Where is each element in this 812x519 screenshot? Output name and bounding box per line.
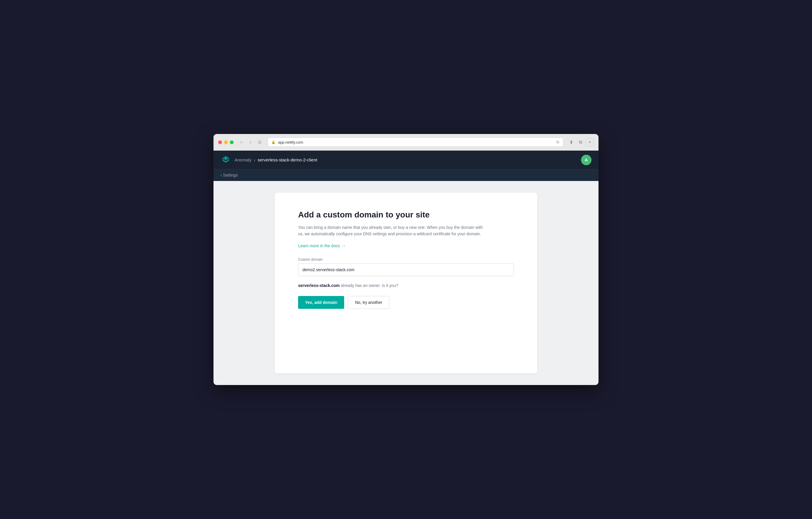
close-button[interactable] bbox=[218, 140, 222, 144]
learn-more-link[interactable]: Learn more in the docs → bbox=[298, 243, 346, 248]
back-nav-button[interactable]: ‹ bbox=[237, 138, 245, 146]
custom-domain-input[interactable] bbox=[298, 263, 514, 276]
tab-view-button[interactable]: ⊡ bbox=[256, 138, 264, 146]
main-content: Add a custom domain to your site You can… bbox=[213, 181, 599, 385]
app-container: Anomaly › serverless-stack-demo-2-client… bbox=[213, 151, 599, 385]
nav-left: Anomaly › serverless-stack-demo-2-client bbox=[221, 155, 317, 165]
minimize-button[interactable] bbox=[224, 140, 228, 144]
domain-field: Custom domain bbox=[298, 257, 514, 283]
refresh-icon[interactable]: ↻ bbox=[556, 140, 560, 144]
netlify-logo-icon bbox=[221, 155, 231, 165]
card: Add a custom domain to your site You can… bbox=[275, 193, 537, 373]
resize-button[interactable]: ⧉ bbox=[576, 138, 584, 146]
sub-nav: ‹ Settings bbox=[213, 169, 599, 181]
nav-buttons: ‹ › ⊡ bbox=[237, 138, 264, 146]
lock-icon: 🔒 bbox=[271, 140, 276, 144]
user-avatar[interactable]: A bbox=[581, 155, 591, 165]
share-button[interactable]: ⬆ bbox=[567, 138, 575, 146]
arrow-icon: → bbox=[342, 243, 346, 248]
traffic-lights bbox=[218, 140, 234, 144]
url-text: app.netlify.com bbox=[278, 140, 554, 144]
domain-owner-message: serverless-stack.com already has an owne… bbox=[298, 283, 514, 288]
site-name[interactable]: serverless-stack-demo-2-client bbox=[258, 157, 317, 162]
field-label: Custom domain bbox=[298, 257, 514, 262]
browser-window: ‹ › ⊡ 🔒 app.netlify.com ↻ ⬆ ⧉ + bbox=[213, 134, 599, 385]
top-nav: Anomaly › serverless-stack-demo-2-client… bbox=[213, 151, 599, 169]
button-group: Yes, add domain No, try another bbox=[298, 296, 514, 309]
yes-add-domain-button[interactable]: Yes, add domain bbox=[298, 296, 344, 309]
back-label: ‹ Settings bbox=[221, 173, 238, 177]
breadcrumb: Anomaly › serverless-stack-demo-2-client bbox=[234, 157, 317, 162]
team-name[interactable]: Anomaly bbox=[234, 157, 252, 162]
browser-chrome: ‹ › ⊡ 🔒 app.netlify.com ↻ ⬆ ⧉ + bbox=[213, 134, 599, 151]
browser-actions: ⬆ ⧉ + bbox=[567, 138, 594, 146]
no-try-another-button[interactable]: No, try another bbox=[348, 296, 389, 309]
page-title: Add a custom domain to your site bbox=[298, 210, 514, 219]
url-bar[interactable]: 🔒 app.netlify.com ↻ bbox=[267, 137, 563, 147]
learn-more-text: Learn more in the docs bbox=[298, 243, 340, 248]
card-description: You can bring a domain name that you alr… bbox=[298, 224, 485, 237]
owner-message-suffix: already has an owner. Is it you? bbox=[340, 283, 398, 288]
maximize-button[interactable] bbox=[230, 140, 234, 144]
avatar-initial: A bbox=[585, 157, 588, 162]
add-tab-button[interactable]: + bbox=[586, 138, 594, 146]
domain-owner-name: serverless-stack.com bbox=[298, 283, 340, 288]
forward-nav-button[interactable]: › bbox=[246, 138, 255, 146]
settings-back-link[interactable]: ‹ Settings bbox=[221, 173, 591, 177]
breadcrumb-separator: › bbox=[254, 157, 255, 162]
